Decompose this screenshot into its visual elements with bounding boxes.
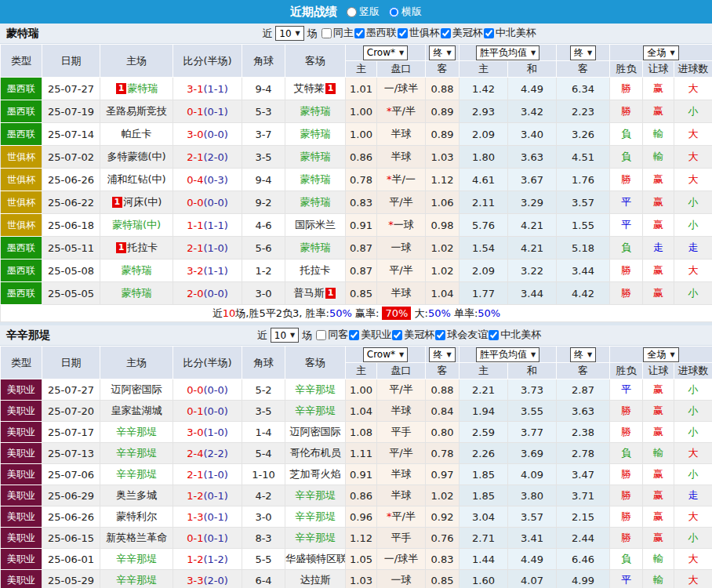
filter-checkbox[interactable] [321, 28, 332, 38]
filter-checkbox-墨西联[interactable]: 墨西联 [354, 26, 397, 40]
result-wdl: 負 [610, 237, 643, 260]
handicap-cell: 平/半 [377, 260, 426, 282]
score-cell: 1-1(1-1) [173, 214, 242, 237]
team-name: 蒙特瑞 [6, 27, 39, 41]
filter-checkbox[interactable] [349, 330, 359, 340]
filter-checkbox[interactable] [392, 330, 402, 340]
layout-radio-vertical[interactable]: 竖版 [347, 5, 380, 19]
league-badge: 世俱杯 [1, 214, 42, 237]
focal-team-cell: 蒙特瑞 [285, 237, 346, 260]
result-wdl: 勝 [610, 282, 643, 305]
filter-checkbox[interactable] [484, 28, 494, 38]
result-handicap: 赢 [643, 100, 674, 123]
score-cell: 3-0(0-0) [173, 123, 242, 146]
score-cell: 3-2(1-1) [173, 260, 242, 282]
odds-company-select[interactable]: Crow* ▼ [363, 347, 408, 362]
filter-checkbox-中北美杯[interactable]: 中北美杯 [488, 328, 541, 342]
team-cell: 新英格兰革命 [100, 528, 173, 549]
odds-home: 1.08 [346, 422, 377, 443]
avg-draw: 4.21 [508, 214, 557, 237]
avg-home: 2.71 [460, 528, 508, 549]
avg-home: 1.85 [460, 464, 508, 485]
recent-count-select[interactable]: 10 ▼ [271, 328, 299, 343]
result-handicap-text: 赢 [653, 405, 663, 416]
focal-team-cell: 蒙特瑞 [100, 260, 173, 282]
filter-checkbox[interactable] [354, 28, 365, 38]
chevron-down-icon: ▼ [531, 49, 536, 56]
result-wdl-text: 勝 [621, 173, 631, 185]
subcol-avg-away: 客 [557, 363, 610, 379]
matches-label: 场 [302, 328, 312, 343]
result-wdl-text: 勝 [621, 426, 631, 437]
avg-select[interactable]: 胜平负均值 ▼ [476, 347, 539, 362]
match-row: 墨西联25-07-14帕丘卡3-0(0-0)3-7蒙特瑞1.00半球0.892.… [1, 123, 712, 146]
vertical-radio[interactable] [347, 7, 357, 17]
horizontal-radio[interactable] [389, 7, 399, 17]
result-wdl: 勝 [610, 422, 643, 443]
match-date: 25-06-18 [42, 214, 100, 237]
col-away: 客场 [285, 347, 346, 379]
filter-checkbox[interactable] [435, 330, 445, 340]
odds-away: 1.02 [426, 237, 460, 260]
filter-checkbox[interactable] [441, 28, 451, 38]
avg-final-select[interactable]: 终 ▼ [570, 347, 596, 362]
avg-home: 1.77 [460, 282, 508, 305]
filter-checkbox-美冠杯[interactable]: 美冠杯 [391, 328, 434, 342]
match-row: 美职业25-07-13辛辛那堤2-4(2-2)5-4哥伦布机员1.11平/半0.… [1, 443, 712, 464]
team-cell: 圣路易斯竞技 [100, 100, 173, 123]
score-cell: 3-0(1-0) [173, 422, 242, 443]
team-name-text: 辛辛那堤 [295, 489, 336, 501]
team-name-text: 辛辛那堤 [295, 532, 336, 543]
handicap-cell: *平/半 [377, 100, 426, 123]
recent-count-select[interactable]: 10 ▼ [275, 26, 303, 41]
filter-checkbox-同主[interactable]: 同主 [321, 26, 354, 40]
col-score: 比分(半场) [173, 45, 242, 78]
match-date: 25-07-02 [42, 146, 100, 169]
full-match-select[interactable]: 全场 ▼ [643, 45, 678, 60]
avg-home: 1.94 [460, 401, 508, 422]
full-match-select[interactable]: 全场 ▼ [643, 347, 678, 362]
odds-final-select[interactable]: 终 ▼ [429, 45, 455, 60]
layout-radio-horizontal[interactable]: 横版 [389, 5, 422, 19]
page-title: 近期战绩 [290, 5, 337, 20]
filter-checkbox-中北美杯[interactable]: 中北美杯 [483, 26, 536, 40]
result-wdl-text: 平 [621, 574, 631, 586]
odds-final-select[interactable]: 终 ▼ [429, 347, 455, 362]
result-wdl: 負 [610, 549, 643, 570]
team-cell: 皇家盐湖城 [100, 401, 173, 422]
summary-part: 赢率: [352, 307, 383, 319]
filter-checkbox-同客[interactable]: 同客 [315, 328, 348, 342]
result-handicap: 赢 [643, 401, 674, 422]
avg-draw: 3.42 [508, 100, 557, 123]
subcol-odds-home: 主 [346, 61, 377, 78]
result-goals: 大 [674, 549, 712, 570]
filter-checkbox-球会友谊[interactable]: 球会友谊 [434, 328, 488, 342]
result-wdl: 負 [610, 123, 643, 146]
odds-home: 1.04 [346, 401, 377, 422]
recent-results-panel: 近期战绩 竖版 横版 蒙特瑞 近 10 ▼ 场 同主墨西联世俱杯美冠杯中北美杯 [0, 0, 712, 588]
avg-home: 2.93 [460, 100, 508, 123]
chevron-down-icon: ▼ [446, 351, 451, 358]
filter-checkbox[interactable] [489, 330, 499, 340]
filter-checkbox-世俱杯[interactable]: 世俱杯 [397, 26, 440, 40]
odds-home: 0.87 [346, 260, 377, 282]
result-handicap: 赢 [643, 528, 674, 549]
filter-checkbox-label: 墨西联 [366, 26, 397, 40]
result-handicap: 輸 [643, 549, 674, 570]
filter-checkbox[interactable] [398, 28, 408, 38]
avg-final-select[interactable]: 终 ▼ [570, 45, 596, 60]
result-goals: 小 [674, 282, 712, 305]
avg-select[interactable]: 胜平负均值 ▼ [476, 45, 539, 60]
team-cell: 蒙特利尔 [100, 506, 173, 528]
filter-checkbox-label: 中北美杯 [500, 328, 541, 342]
league-badge: 墨西联 [1, 100, 42, 123]
filter-checkbox-美职业[interactable]: 美职业 [348, 328, 391, 342]
handicap-cell: 半球 [377, 282, 426, 305]
result-handicap: 赢 [643, 464, 674, 485]
handicap-cell: 一球 [377, 237, 426, 260]
halftime-score: (0-3) [203, 174, 227, 186]
match-date: 25-07-06 [42, 464, 100, 485]
odds-company-select[interactable]: Crow* ▼ [363, 45, 408, 60]
filter-checkbox[interactable] [316, 330, 326, 340]
filter-checkbox-美冠杯[interactable]: 美冠杯 [440, 26, 483, 40]
